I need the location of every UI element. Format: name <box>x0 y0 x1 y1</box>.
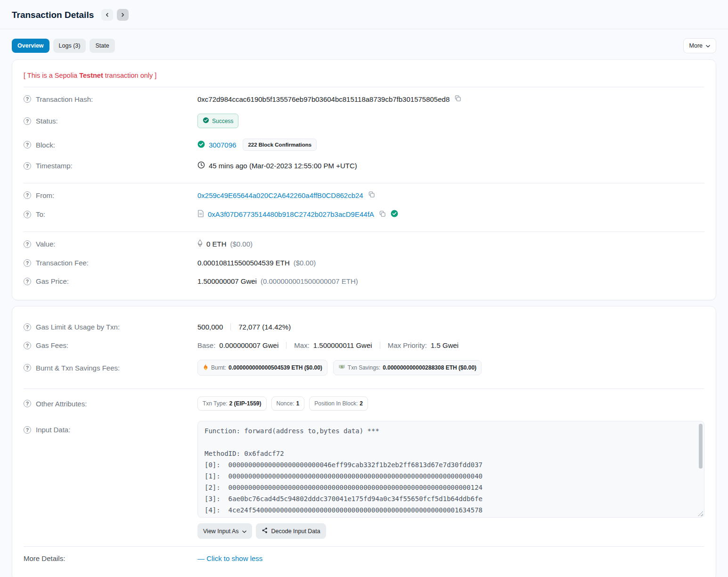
help-icon[interactable] <box>24 141 31 148</box>
from-address-link[interactable]: 0x259c49E65644a020C2A642260a4ffB0CD862cb… <box>197 191 363 199</box>
burnt-value: 0.000000000000504539 ETH ($0.00) <box>229 364 322 371</box>
help-icon[interactable] <box>24 426 31 434</box>
row-gas-price: Gas Price: 1.500000007 Gwei (0.000000001… <box>24 272 704 290</box>
view-input-as-label: View Input As <box>203 528 239 535</box>
burnt-label: Burnt: <box>211 364 226 371</box>
txn-type-label: Txn Type: <box>203 400 227 407</box>
input-data-textarea[interactable]: Function: forward(address to,bytes data)… <box>197 421 704 518</box>
help-icon[interactable] <box>24 259 31 267</box>
view-input-as-button[interactable]: View Input As <box>197 523 252 539</box>
status-badge: Success <box>197 114 238 128</box>
verified-check-circle-icon <box>391 210 398 219</box>
position-in-block-value: 2 <box>360 400 363 407</box>
page-title: Transaction Details <box>12 10 94 20</box>
help-icon[interactable] <box>24 162 31 170</box>
divider <box>24 183 704 183</box>
row-gas-limit: Gas Limit & Usage by Txn: 500,000 72,077… <box>24 316 704 336</box>
decode-icon <box>262 527 268 535</box>
flame-icon <box>203 363 209 372</box>
base-fee-value: 0.000000007 Gwei <box>219 341 278 349</box>
txn-savings-badge: $ Txn Savings: 0.000000000000288308 ETH … <box>333 360 482 375</box>
decode-input-data-label: Decode Input Data <box>271 528 320 535</box>
tab-overview[interactable]: Overview <box>12 39 49 53</box>
row-more-details: More Details: — Click to show less <box>24 549 704 571</box>
row-value: Value: 0 ETH ($0.00) <box>24 234 704 254</box>
header-divider <box>0 29 728 29</box>
show-less-link[interactable]: — Click to show less <box>197 554 262 562</box>
svg-text:$: $ <box>341 365 343 368</box>
help-icon[interactable] <box>24 117 31 125</box>
help-icon[interactable] <box>24 400 31 407</box>
position-in-block-label: Position In Block: <box>314 400 358 407</box>
page: Transaction Details <box>0 0 728 29</box>
clock-icon <box>197 161 205 170</box>
decode-input-data-button[interactable]: Decode Input Data <box>256 523 326 539</box>
check-circle-icon <box>203 117 209 125</box>
contract-file-icon <box>197 210 204 219</box>
eth-icon <box>197 239 203 248</box>
copy-icon <box>454 95 461 103</box>
copy-to-address-button[interactable] <box>378 210 387 219</box>
row-other-attributes: Other Attributes: Txn Type: 2 (EIP-1559)… <box>24 391 704 416</box>
burnt-fee-badge: Burnt: 0.000000000000504539 ETH ($0.00) <box>197 360 327 376</box>
block-confirmations-badge: 222 Block Confirmations <box>243 139 317 151</box>
page-header: Transaction Details <box>12 0 716 29</box>
help-icon[interactable] <box>24 240 31 248</box>
help-icon[interactable] <box>24 95 31 103</box>
txn-savings-value: 0.000000000000288308 ETH ($0.00) <box>383 364 476 371</box>
gas-price-eth: (0.000000001500000007 ETH) <box>261 277 358 285</box>
position-in-block-badge: Position In Block: 2 <box>309 396 368 411</box>
txn-savings-label: Txn Savings: <box>348 364 380 371</box>
copy-icon <box>368 191 375 199</box>
transaction-fee-label: Transaction Fee: <box>36 259 89 267</box>
more-dropdown-button[interactable]: More <box>683 38 716 53</box>
help-icon[interactable] <box>24 211 31 218</box>
prev-transaction-button[interactable] <box>101 9 113 21</box>
help-icon[interactable] <box>24 323 31 331</box>
row-gas-fees: Gas Fees: Base: 0.000000007 Gwei Max: 1.… <box>24 336 704 354</box>
from-label: From: <box>36 191 54 199</box>
input-data-actions: View Input As Decode Input Data <box>197 523 704 539</box>
gas-limit-label: Gas Limit & Usage by Txn: <box>36 323 120 331</box>
input-data-label: Input Data: <box>36 426 70 434</box>
tab-state[interactable]: State <box>90 39 115 53</box>
help-icon[interactable] <box>24 191 31 199</box>
chevron-down-icon <box>242 528 246 535</box>
transaction-fee-amount: 0.000108115500504539 ETH <box>197 259 290 267</box>
transaction-fee-usd: ($0.00) <box>294 259 316 267</box>
burnt-savings-label: Burnt & Txn Savings Fees: <box>36 364 120 372</box>
row-input-data: Input Data: Function: forward(address to… <box>24 416 704 518</box>
value-usd: ($0.00) <box>230 240 253 248</box>
max-fee-label: Max: <box>294 341 310 349</box>
max-priority-fee-value: 1.5 Gwei <box>431 341 458 349</box>
help-icon[interactable] <box>24 342 31 349</box>
block-number-link[interactable]: 3007096 <box>209 141 236 149</box>
copy-from-address-button[interactable] <box>367 191 376 199</box>
to-address-link[interactable]: 0xA3f07D6773514480b918C2742b027b3acD9E44… <box>208 210 374 218</box>
testnet-notice: [ This is a Sepolia Testnet transaction … <box>24 72 704 79</box>
gas-fees-label: Gas Fees: <box>36 341 68 349</box>
row-burnt-savings: Burnt & Txn Savings Fees: Burnt: 0.00000… <box>24 354 704 381</box>
row-to: To: 0xA3f07D6773514480b918C2742b027b3acD… <box>24 205 704 224</box>
overview-card: [ This is a Sepolia Testnet transaction … <box>12 59 716 300</box>
testnet-notice-post: transaction only ] <box>103 72 157 79</box>
status-label: Status: <box>36 117 58 125</box>
copy-hash-button[interactable] <box>453 95 462 103</box>
nonce-value: 1 <box>296 400 300 407</box>
row-transaction-hash: Transaction Hash: 0xc72d984ccac6190b5f13… <box>24 90 704 108</box>
tab-logs[interactable]: Logs (3) <box>53 39 86 53</box>
separator <box>286 342 286 349</box>
max-priority-fee-label: Max Priority: <box>388 341 427 349</box>
divider <box>24 87 704 87</box>
base-fee-label: Base: <box>197 341 215 349</box>
other-attributes-label: Other Attributes: <box>36 400 87 408</box>
gas-price-label: Gas Price: <box>36 277 69 285</box>
row-status: Status: Success <box>24 108 704 133</box>
check-circle-icon <box>197 140 205 149</box>
timestamp-label: Timestamp: <box>36 162 73 170</box>
input-scrollbar-thumb[interactable] <box>699 424 703 469</box>
value-amount: 0 ETH <box>206 240 227 248</box>
next-transaction-button[interactable] <box>117 9 129 21</box>
help-icon[interactable] <box>24 278 31 285</box>
help-icon[interactable] <box>24 364 31 371</box>
